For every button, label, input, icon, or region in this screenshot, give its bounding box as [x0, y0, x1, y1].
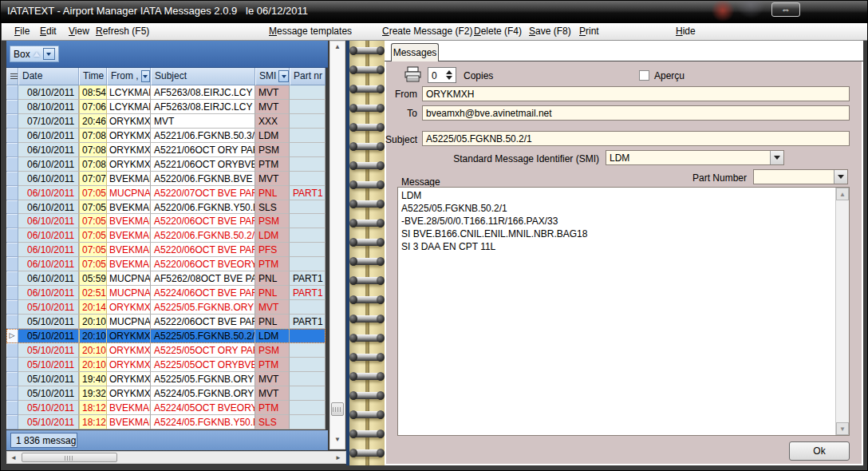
table-row[interactable]: 08/10/201108:54LCYKMAFAF5263/08.EIRJC.LC… [6, 85, 326, 100]
cell-subject[interactable]: A5225/05.FGKNB.ORY [151, 300, 255, 315]
horizontal-scroll-thumb[interactable] [22, 453, 117, 462]
row-indicator[interactable] [6, 228, 18, 243]
table-row[interactable]: 06/10/201107:05BVEKMAFA5220/06.FGKNB.Y50… [6, 200, 326, 215]
cell-subject[interactable]: A5220/06OCT BVE PART1 [151, 243, 255, 257]
menu-item-delete-f4[interactable]: Delete (F4) [474, 26, 522, 37]
cell-subject[interactable]: A5224/05OCT BVEORY PART1 [151, 401, 255, 415]
group-dropdown-button[interactable] [43, 48, 55, 60]
cell-date[interactable]: 06/10/2011 [18, 157, 79, 172]
cell-date[interactable]: 06/10/2011 [18, 200, 79, 215]
cell-smi[interactable]: MVT [255, 386, 290, 401]
cell-from[interactable]: ORYKMXH [107, 300, 151, 315]
table-row[interactable]: 05/10/201120:10ORYKMXHA5225/05OCT ORYBVE… [6, 358, 326, 372]
cell-from[interactable]: BVEKMAF [107, 172, 151, 186]
cell-subject[interactable]: A5220/06OCT BVE PART1 [151, 214, 255, 228]
table-row[interactable]: 06/10/201107:07BVEKMAFA5220/06.FGKNB.BVE… [6, 172, 326, 186]
cell-date[interactable]: 05/10/2011 [18, 300, 79, 315]
cell-smi[interactable]: PSM [255, 343, 290, 358]
cell-smi[interactable]: PTM [255, 358, 290, 372]
cell-time[interactable]: 20:14 [79, 300, 107, 315]
copies-stepper[interactable]: 0 [428, 67, 456, 83]
cell-part[interactable] [290, 300, 326, 315]
cell-subject[interactable]: A5220/06OCT BVEORY PART1 [151, 257, 255, 271]
cell-subject[interactable]: A5224/05.FGKNB.Y50.BVE [151, 415, 255, 429]
cell-from[interactable]: ORYKMXH [107, 129, 151, 143]
cell-smi[interactable]: MVT [255, 100, 290, 114]
cell-part[interactable] [290, 257, 326, 271]
cell-from[interactable]: ORYKMXH [107, 329, 151, 343]
cell-date[interactable]: 05/10/2011 [18, 415, 79, 429]
cell-subject[interactable]: A5225/05OCT ORYBVE PART1 [151, 358, 255, 372]
cell-from[interactable]: ORYKMXH [107, 372, 151, 386]
cell-time[interactable]: 07:06 [79, 100, 107, 114]
cell-smi[interactable]: PTM [255, 157, 290, 172]
cell-part[interactable] [290, 129, 326, 143]
cell-part[interactable] [290, 386, 326, 401]
cell-date[interactable]: 06/10/2011 [18, 257, 79, 271]
row-indicator[interactable] [6, 157, 18, 172]
row-indicator[interactable] [6, 300, 18, 315]
cell-time[interactable]: 07:08 [79, 143, 107, 157]
cell-from[interactable]: MUCPNA [107, 286, 151, 300]
cell-date[interactable]: 06/10/2011 [18, 228, 79, 243]
header-indicator[interactable] [6, 68, 18, 85]
cell-from[interactable]: ORYKMXH [107, 343, 151, 358]
tab-messages[interactable]: Messages [391, 43, 439, 61]
dropdown-arrow-button[interactable] [770, 151, 783, 164]
row-indicator[interactable] [6, 100, 18, 114]
menu-item-edit[interactable]: Edit [40, 26, 57, 37]
menu-item-create-message-f2[interactable]: Create Message (F2) [382, 26, 472, 37]
cell-part[interactable] [290, 358, 326, 372]
cell-subject[interactable]: A5220/06.FGKNB.Y50.BVE [151, 200, 255, 215]
cell-from[interactable]: ORYKMXH [107, 143, 151, 157]
cell-smi[interactable]: PTM [255, 401, 290, 415]
cell-part[interactable] [290, 214, 326, 228]
table-row[interactable]: 06/10/201107:08ORYKMXHA5221/06OCT ORYBVE… [6, 157, 326, 172]
cell-time[interactable]: 07:05 [79, 228, 107, 243]
menu-item-view[interactable]: View [69, 26, 89, 37]
cell-subject[interactable]: MVT [151, 114, 255, 129]
cell-time[interactable]: 07:05 [79, 243, 107, 257]
cell-date[interactable]: 05/10/2011 [18, 343, 79, 358]
cell-part[interactable] [290, 228, 326, 243]
row-indicator[interactable] [6, 186, 18, 200]
cell-from[interactable]: ORYKMXH [107, 114, 151, 129]
cell-time[interactable]: 05:59 [79, 271, 107, 286]
cell-date[interactable]: 06/10/2011 [18, 172, 79, 186]
table-row[interactable]: 07/10/201120:46ORYKMXHMVTXXX [6, 114, 326, 129]
from-field[interactable]: ORYKMXH [422, 86, 850, 101]
cell-part[interactable] [290, 401, 326, 415]
table-row[interactable]: ▷05/10/201120:10ORYKMXHA5225/05.FGKNB.50… [6, 329, 326, 343]
message-scrollbar[interactable]: ▲ ▼ [835, 188, 849, 435]
cell-time[interactable]: 19:40 [79, 372, 107, 386]
row-indicator[interactable] [6, 143, 18, 157]
cell-date[interactable]: 06/10/2011 [18, 214, 79, 228]
cell-date[interactable]: 07/10/2011 [18, 114, 79, 129]
cell-subject[interactable]: A5221/06OCT ORY PART1 [151, 143, 255, 157]
cell-time[interactable]: 07:05 [79, 186, 107, 200]
cell-smi[interactable]: LDM [255, 129, 290, 143]
scroll-right-button[interactable]: ► [332, 453, 345, 462]
table-row[interactable]: 05/10/201120:10ORYKMXHA5225/05OCT ORY PA… [6, 343, 326, 358]
cell-time[interactable]: 02:51 [79, 286, 107, 300]
spin-up-icon[interactable] [446, 70, 452, 74]
table-row[interactable]: 06/10/201105:59MUCPNAAF5262/08OCT BVE PA… [6, 271, 326, 286]
from-filter-button[interactable] [141, 70, 150, 82]
column-header-date[interactable]: Date [18, 68, 79, 85]
cell-part[interactable] [290, 343, 326, 358]
cell-part[interactable] [290, 415, 326, 429]
cell-smi[interactable]: PNL [255, 271, 290, 286]
cell-time[interactable]: 20:10 [79, 315, 107, 329]
cell-time[interactable]: 18:12 [79, 401, 107, 415]
cell-smi[interactable]: MVT [255, 372, 290, 386]
cell-smi[interactable]: SLS [255, 415, 290, 429]
cell-time[interactable]: 08:54 [79, 85, 107, 100]
row-indicator[interactable] [6, 372, 18, 386]
cell-smi[interactable]: PSM [255, 214, 290, 228]
ok-button[interactable]: Ok [789, 441, 850, 461]
table-row[interactable]: 05/10/201118:12BVEKMAFA5224/05.FGKNB.Y50… [6, 415, 326, 429]
row-indicator[interactable] [6, 386, 18, 401]
row-indicator[interactable] [6, 129, 18, 143]
cell-part[interactable] [290, 157, 326, 172]
menu-item-print[interactable]: Print [579, 26, 599, 37]
